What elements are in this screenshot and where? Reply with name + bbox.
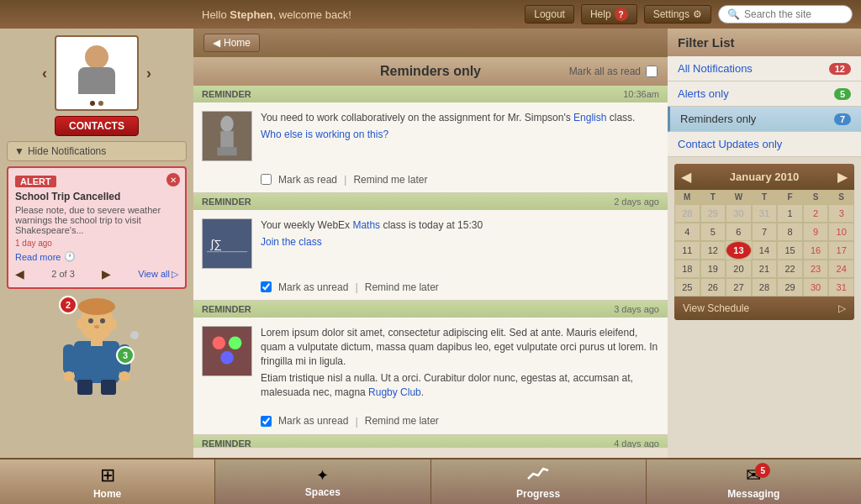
cal-day-30[interactable]: 30 bbox=[803, 278, 829, 297]
filter-item-all[interactable]: All Notifications 12 bbox=[668, 56, 861, 81]
notif-link-maths[interactable]: Maths bbox=[352, 219, 380, 231]
view-schedule-button[interactable]: View Schedule ▷ bbox=[674, 297, 854, 320]
filter-item-contacts[interactable]: Contact Updates only bbox=[668, 132, 861, 157]
hide-notif-label: Hide Notifications bbox=[28, 145, 106, 157]
logout-button[interactable]: Logout bbox=[525, 5, 574, 24]
filter-item-reminders[interactable]: Reminders only 7 bbox=[668, 107, 861, 132]
cal-day-31[interactable]: 31 bbox=[828, 278, 854, 297]
thumb-math-svg: ∫∑ bbox=[203, 218, 251, 269]
messaging-nav-label: Messaging bbox=[727, 488, 779, 500]
thumb-statue-svg bbox=[203, 111, 251, 161]
svg-point-5 bbox=[77, 319, 83, 329]
read-more-link[interactable]: Read more 🕐 bbox=[15, 251, 76, 262]
notif-link-english[interactable]: English bbox=[573, 112, 606, 123]
notif-action-link-2[interactable]: Join the class bbox=[261, 236, 659, 248]
hide-notifications-toggle[interactable]: ▼ Hide Notifications bbox=[7, 141, 187, 161]
cal-day-2[interactable]: 2 bbox=[803, 204, 829, 223]
cal-day-13[interactable]: 13 bbox=[726, 241, 752, 260]
svg-rect-8 bbox=[91, 339, 103, 346]
cal-day-15[interactable]: 15 bbox=[777, 241, 803, 260]
notif-link-rugby[interactable]: Rugby Club bbox=[368, 386, 421, 398]
nav-item-progress[interactable]: Progress bbox=[431, 459, 647, 504]
settings-button[interactable]: Settings ⚙ bbox=[644, 5, 711, 24]
cal-day-3[interactable]: 3 bbox=[828, 204, 854, 223]
cal-day-30prev[interactable]: 30 bbox=[726, 204, 752, 223]
notif-checkbox-2[interactable] bbox=[261, 281, 272, 292]
cal-day-17[interactable]: 17 bbox=[828, 241, 854, 260]
cal-day-28prev[interactable]: 28 bbox=[674, 204, 700, 223]
cal-day-7[interactable]: 7 bbox=[752, 223, 778, 241]
mark-read-link-1[interactable]: Mark as read bbox=[278, 174, 337, 186]
search-icon: 🔍 bbox=[727, 8, 740, 20]
avatar-prev-button[interactable]: ‹ bbox=[34, 63, 55, 83]
filter-label-contacts: Contact Updates only bbox=[678, 138, 782, 150]
mark-all-read[interactable]: Mark all as read bbox=[569, 66, 658, 77]
view-schedule-arrow-icon: ▷ bbox=[838, 302, 846, 314]
cal-day-26[interactable]: 26 bbox=[700, 278, 726, 297]
mark-unread-link-3[interactable]: Mark as unread bbox=[278, 415, 348, 427]
notif-type-2: REMINDER bbox=[202, 197, 251, 207]
notif-type-1: REMINDER bbox=[202, 89, 251, 99]
search-input[interactable] bbox=[744, 8, 845, 20]
cal-day-9[interactable]: 9 bbox=[803, 223, 829, 241]
svg-rect-17 bbox=[220, 131, 233, 147]
cal-day-25[interactable]: 25 bbox=[674, 278, 700, 297]
notif-action-link-1[interactable]: Who else is working on this? bbox=[261, 129, 659, 140]
filter-item-alerts[interactable]: Alerts only 5 bbox=[668, 81, 861, 107]
cal-day-16[interactable]: 16 bbox=[803, 241, 829, 260]
notif-type-4: REMINDER bbox=[202, 438, 251, 448]
avatar-body bbox=[78, 67, 115, 94]
cal-day-24[interactable]: 24 bbox=[828, 260, 854, 278]
svg-point-16 bbox=[220, 116, 233, 132]
breadcrumb-home-label: Home bbox=[224, 37, 251, 49]
notification-item-4: REMINDER 4 days ago bbox=[193, 435, 668, 448]
cal-day-8[interactable]: 8 bbox=[777, 223, 803, 241]
nav-item-messaging[interactable]: 5 ✉ Messaging bbox=[647, 459, 861, 504]
cal-day-29[interactable]: 29 bbox=[777, 278, 803, 297]
home-icon: ⊞ bbox=[100, 465, 115, 486]
calendar-prev-button[interactable]: ◀ bbox=[681, 169, 691, 185]
cal-day-29prev[interactable]: 29 bbox=[700, 204, 726, 223]
notif-body-1: You need to work collaboratively on the … bbox=[193, 102, 668, 170]
help-button[interactable]: Help ? bbox=[581, 4, 637, 24]
cal-day-5[interactable]: 5 bbox=[700, 223, 726, 241]
cal-day-12[interactable]: 12 bbox=[700, 241, 726, 260]
cal-day-10[interactable]: 10 bbox=[828, 223, 854, 241]
cal-day-4[interactable]: 4 bbox=[674, 223, 700, 241]
alert-close-button[interactable]: ✕ bbox=[166, 173, 180, 186]
cal-day-28[interactable]: 28 bbox=[752, 278, 778, 297]
remind-later-link-3[interactable]: Remind me later bbox=[365, 415, 439, 427]
home-breadcrumb-button[interactable]: ◀ Home bbox=[203, 34, 260, 52]
cal-day-23[interactable]: 23 bbox=[803, 260, 829, 278]
cal-day-27[interactable]: 27 bbox=[726, 278, 752, 297]
cal-day-19[interactable]: 19 bbox=[700, 260, 726, 278]
alert-next-button[interactable]: ▶ bbox=[102, 267, 111, 281]
notif-checkbox-3[interactable] bbox=[261, 416, 272, 427]
cal-day-21[interactable]: 21 bbox=[752, 260, 778, 278]
cal-day-11[interactable]: 11 bbox=[674, 241, 700, 260]
notif-checkbox-1[interactable] bbox=[261, 174, 272, 185]
filter-badge-all: 12 bbox=[829, 63, 851, 75]
calendar-next-button[interactable]: ▶ bbox=[837, 169, 848, 185]
mark-all-checkbox[interactable] bbox=[646, 66, 658, 77]
cal-day-18[interactable]: 18 bbox=[674, 260, 700, 278]
remind-later-link-2[interactable]: Remind me later bbox=[365, 281, 439, 293]
progress-chart-icon bbox=[526, 464, 550, 482]
nav-item-home[interactable]: ⊞ Home bbox=[0, 459, 215, 504]
remind-later-link-1[interactable]: Remind me later bbox=[353, 174, 427, 186]
nav-item-spaces[interactable]: ✦ Spaces bbox=[215, 459, 430, 504]
cal-day-20[interactable]: 20 bbox=[726, 260, 752, 278]
cal-day-6[interactable]: 6 bbox=[726, 223, 752, 241]
messaging-badge: 5 bbox=[755, 463, 770, 478]
filter-badge-reminders: 7 bbox=[834, 113, 851, 125]
cal-day-14[interactable]: 14 bbox=[752, 241, 778, 260]
contacts-button[interactable]: CONTACTS bbox=[55, 116, 139, 136]
avatar-next-button[interactable]: › bbox=[139, 63, 159, 83]
mark-unread-link-2[interactable]: Mark as unread bbox=[278, 281, 348, 293]
alert-prev-button[interactable]: ◀ bbox=[15, 267, 24, 281]
cal-day-1[interactable]: 1 bbox=[777, 204, 803, 223]
notif-thumb-3 bbox=[202, 326, 252, 376]
cal-day-31prev[interactable]: 31 bbox=[752, 204, 778, 223]
cal-day-22[interactable]: 22 bbox=[777, 260, 803, 278]
view-all-link[interactable]: View all ▷ bbox=[138, 269, 178, 280]
